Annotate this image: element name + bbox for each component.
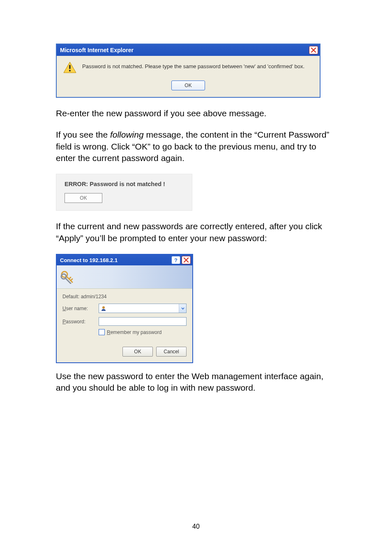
- close-icon[interactable]: [182, 256, 191, 264]
- user-icon: [101, 306, 106, 311]
- username-field[interactable]: [99, 304, 187, 313]
- remember-row[interactable]: Remember my password: [99, 329, 187, 335]
- auth-dialog: Connect to 192.168.2.1 ? Default: admin/…: [56, 254, 193, 363]
- paragraph-use-new: Use the new password to enter the Web ma…: [56, 371, 336, 394]
- auth-titlebar: Connect to 192.168.2.1 ?: [57, 255, 192, 265]
- warning-icon: [63, 62, 76, 73]
- svg-point-5: [102, 306, 105, 309]
- ie-alert-body: Password is not matched. Please type the…: [57, 56, 320, 97]
- ok-button[interactable]: OK: [171, 81, 205, 90]
- paragraph-reenter: Re-enter the new password if you see abo…: [56, 108, 336, 119]
- password-field[interactable]: [99, 317, 187, 326]
- keys-icon: [60, 270, 74, 284]
- ie-alert-title: Microsoft Internet Explorer: [60, 47, 134, 53]
- ie-alert-dialog: Microsoft Internet Explorer Password is …: [56, 44, 321, 98]
- close-icon[interactable]: [309, 46, 318, 54]
- auth-realm: Default: admin/1234: [62, 294, 187, 299]
- password-label: Password:: [62, 319, 99, 325]
- text-following: following: [110, 130, 144, 139]
- username-label: User name:: [62, 306, 99, 311]
- ie-alert-message: Password is not matched. Please type the…: [82, 62, 304, 69]
- auth-title: Connect to 192.168.2.1: [60, 257, 118, 263]
- ok-button[interactable]: OK: [65, 193, 102, 203]
- remember-label: Remember my password: [107, 329, 161, 335]
- text-fragment: If you see the: [56, 130, 110, 139]
- page-number: 40: [0, 523, 392, 530]
- paragraph-following: If you see the following message, the co…: [56, 129, 336, 164]
- chevron-down-icon[interactable]: [179, 304, 186, 313]
- ie-alert-titlebar: Microsoft Internet Explorer: [57, 44, 320, 56]
- document-page: Microsoft Internet Explorer Password is …: [0, 0, 392, 555]
- error-box-title: ERROR: Password is not matched !: [65, 181, 184, 187]
- auth-banner: [57, 265, 192, 289]
- svg-rect-1: [69, 65, 70, 69]
- cancel-button[interactable]: Cancel: [156, 347, 187, 357]
- error-box: ERROR: Password is not matched ! OK: [56, 174, 192, 211]
- help-icon[interactable]: ?: [171, 256, 180, 264]
- svg-point-2: [69, 70, 71, 71]
- paragraph-apply: If the current and new passwords are cor…: [56, 221, 336, 244]
- ok-button[interactable]: OK: [122, 347, 153, 357]
- auth-body: Default: admin/1234 User name: Password:: [57, 289, 192, 362]
- remember-checkbox[interactable]: [99, 329, 105, 335]
